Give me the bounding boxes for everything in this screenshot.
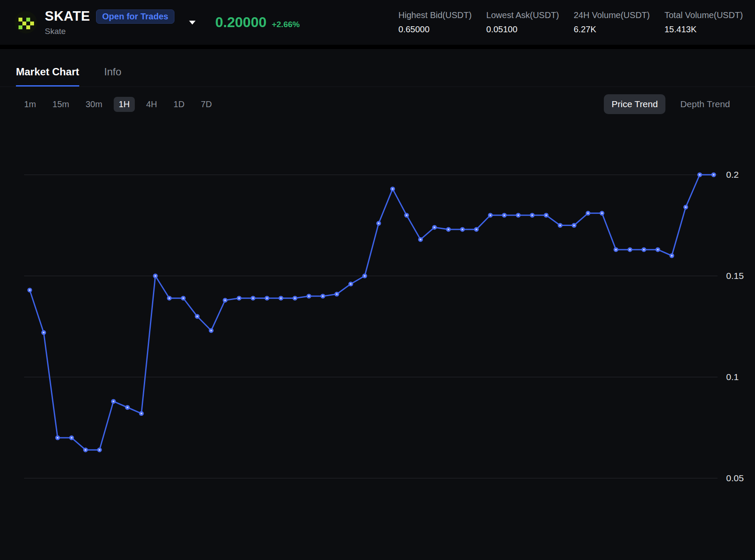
svg-text:0.15: 0.15: [726, 271, 744, 281]
token-info: SKATE Open for Trades Skate: [45, 9, 174, 36]
stat-24h-volume: 24H Volume(USDT) 6.27K: [574, 10, 650, 34]
svg-text:0.05: 0.05: [726, 473, 744, 483]
token-logo: [15, 11, 37, 34]
price-trend-button[interactable]: Price Trend: [604, 94, 665, 114]
stat-lowest-ask: Lowest Ask(USDT) 0.05100: [486, 10, 559, 34]
status-badge: Open for Trades: [96, 9, 174, 24]
price-trend-line-chart[interactable]: 0.20.150.10.05: [0, 121, 755, 526]
stat-value: 6.27K: [574, 25, 650, 34]
token-header: SKATE Open for Trades Skate 0.20000 +2.6…: [0, 0, 755, 45]
stat-label: Highest Bid(USDT): [398, 10, 472, 20]
svg-text:0.1: 0.1: [726, 372, 739, 382]
stat-value: 0.65000: [398, 25, 472, 34]
chart-controls: 1m 15m 30m 1H 4H 1D 7D Price Trend Depth…: [0, 87, 755, 121]
last-price: 0.20000: [215, 14, 267, 31]
stat-label: 24H Volume(USDT): [574, 10, 650, 20]
timeframe-30m[interactable]: 30m: [81, 97, 108, 112]
trend-toggle: Price Trend Depth Trend: [604, 94, 738, 114]
skate-logo-icon: [15, 11, 37, 34]
price-chart[interactable]: 0.20.150.10.05: [0, 121, 755, 526]
stat-total-volume: Total Volume(USDT) 15.413K: [665, 10, 743, 34]
header-stats: Highest Bid(USDT) 0.65000 Lowest Ask(USD…: [398, 10, 743, 34]
timeframe-4h[interactable]: 4H: [141, 97, 162, 112]
header-divider: [0, 45, 755, 49]
market-panel: Market Chart Info 1m 15m 30m 1H 4H 1D 7D…: [0, 49, 755, 526]
timeframe-1h[interactable]: 1H: [114, 97, 135, 112]
timeframe-selector: 1m 15m 30m 1H 4H 1D 7D: [19, 97, 217, 112]
timeframe-15m[interactable]: 15m: [47, 97, 75, 112]
svg-text:0.2: 0.2: [726, 170, 739, 179]
token-selector-dropdown[interactable]: [189, 21, 196, 25]
timeframe-1d[interactable]: 1D: [168, 97, 190, 112]
price-block: 0.20000 +2.66%: [215, 14, 300, 31]
tab-info[interactable]: Info: [104, 66, 121, 87]
token-symbol: SKATE: [45, 9, 90, 24]
stat-value: 0.05100: [486, 25, 559, 34]
token-name: Skate: [45, 27, 174, 36]
stat-label: Total Volume(USDT): [665, 10, 743, 20]
chevron-down-icon: [189, 21, 196, 25]
timeframe-1m[interactable]: 1m: [19, 97, 41, 112]
stat-value: 15.413K: [665, 25, 743, 34]
price-change-percent: +2.66%: [272, 20, 300, 29]
timeframe-7d[interactable]: 7D: [196, 97, 217, 112]
depth-trend-button[interactable]: Depth Trend: [672, 94, 738, 114]
tab-market-chart[interactable]: Market Chart: [16, 66, 79, 87]
stat-highest-bid: Highest Bid(USDT) 0.65000: [398, 10, 472, 34]
tab-bar: Market Chart Info: [0, 49, 755, 87]
stat-label: Lowest Ask(USDT): [486, 10, 559, 20]
